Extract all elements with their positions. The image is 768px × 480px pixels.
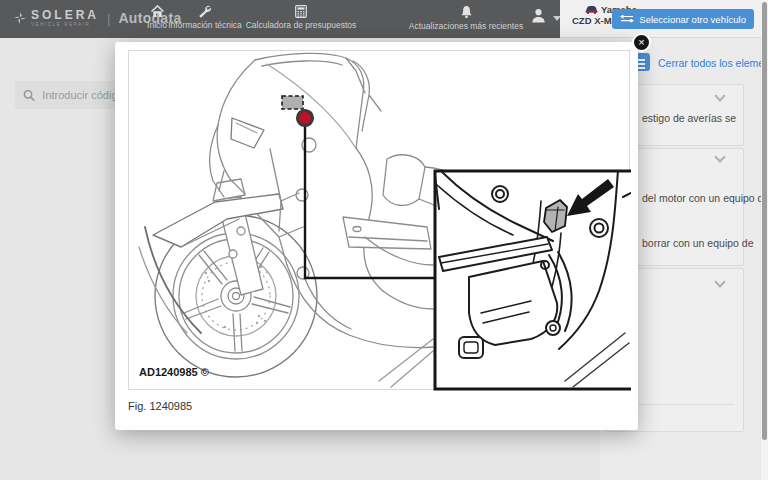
- component-location-box: [282, 96, 303, 109]
- figure-watermark: AD1240985 ©: [139, 366, 209, 378]
- location-marker-dot[interactable]: [298, 111, 313, 126]
- user-menu[interactable]: [530, 7, 547, 28]
- scrollbar-thumb[interactable]: [762, 2, 767, 440]
- nav-item-informacion-tecnica[interactable]: Información técnica: [162, 5, 248, 30]
- nav-item-calculadora[interactable]: Calculadora de presupuestos: [240, 5, 362, 30]
- user-icon: [530, 7, 547, 24]
- bell-icon: [460, 5, 473, 19]
- calculator-icon: [295, 5, 307, 18]
- technical-figure: AD1240985 ©: [128, 50, 630, 390]
- brand-name: SOLERA: [31, 9, 99, 21]
- search-icon: [23, 89, 35, 102]
- wrench-icon: [198, 5, 212, 18]
- topbar-dark-section: SOLERA VEHICLE REPAIR | Autodata Inicio …: [0, 0, 560, 38]
- nav-label: Calculadora de presupuestos: [246, 20, 357, 30]
- select-vehicle-label: Seleccionar otro vehículo: [639, 14, 746, 25]
- nav-item-actualizaciones[interactable]: Actualizaciones más recientes: [402, 5, 530, 31]
- vehicle-icon: [585, 5, 598, 14]
- scooter-diagnostic-connector-diagram: [129, 51, 631, 391]
- brand-tagline: VEHICLE REPAIR: [31, 22, 99, 27]
- nav-label: Actualizaciones más recientes: [409, 21, 523, 31]
- panel-text-fragment: del motor con un equipo de: [642, 192, 768, 204]
- top-navigation-bar: SOLERA VEHICLE REPAIR | Autodata Inicio …: [0, 0, 768, 38]
- select-other-vehicle-button[interactable]: Seleccionar otro vehículo: [612, 9, 754, 29]
- figure-modal: AD1240985 © Fig. 1240985: [115, 42, 638, 430]
- solera-mark-icon: [14, 12, 26, 24]
- swap-arrows-icon: [620, 15, 634, 24]
- topbar-vehicle-section: Yamaha CZD X-Max 300 Seleccionar otro ve…: [560, 0, 768, 38]
- page-scrollbar[interactable]: [761, 0, 768, 480]
- app-window: Cerrar todos los elementos estigo de ave…: [0, 0, 768, 480]
- close-icon[interactable]: ×: [632, 33, 651, 52]
- panel-text-fragment: estigo de averías se: [642, 112, 736, 124]
- brand-divider: |: [107, 11, 110, 26]
- close-all-elements-link[interactable]: Cerrar todos los elementos: [658, 57, 768, 69]
- panel-text-fragment: borrar con un equipo de: [642, 237, 754, 249]
- nav-label: Información técnica: [168, 20, 242, 30]
- figure-caption: Fig. 1240985: [128, 400, 192, 412]
